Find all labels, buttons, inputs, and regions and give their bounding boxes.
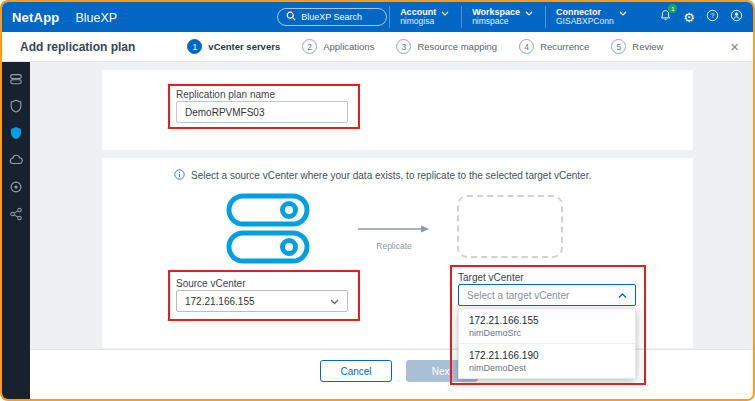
source-vcenter-label: Source vCenter [176,278,245,289]
step-number: 1 [187,39,202,54]
option-ip: 172.21.166.155 [469,315,625,326]
cloud-icon[interactable] [9,153,23,167]
account-value: nimogisa [400,17,436,27]
step-label: Applications [323,41,374,52]
chevron-down-icon [619,11,627,16]
header-icons: 1 ⚙ ? [659,8,743,26]
product-name: BlueXP [75,11,117,25]
wizard-footer: Cancel Next [30,349,753,399]
info-text: Select a source vCenter where your data … [191,170,591,181]
brand: NetApp BlueXP [12,10,117,25]
step-applications[interactable]: 2 Applications [302,39,374,54]
target-vcenter-placeholder: Select a target vCenter [467,290,569,301]
option-ip: 172.21.166.190 [469,350,625,361]
target-vcenter-select[interactable]: Select a target vCenter [458,284,636,306]
connector-menu[interactable]: Connector GISABXPConn [545,6,637,28]
target-vcenter-dropdown: 172.21.166.155 nimDemoSrc 172.21.166.190… [458,308,636,379]
replicate-arrow: Replicate [358,220,430,251]
step-vcenter-servers[interactable]: 1 vCenter servers [187,39,280,54]
option-name: nimDemoSrc [469,328,625,338]
svg-text:?: ? [711,12,715,19]
account-menu[interactable]: Account nimogisa [389,6,459,28]
help-icon: ? [706,8,719,26]
cancel-button[interactable]: Cancel [320,360,392,382]
step-label: Review [632,41,663,52]
bluexp-window: NetApp BlueXP BlueXP Search Account nimo… [0,0,755,401]
source-vcenter-value: 172.21.166.155 [185,296,255,307]
settings-button[interactable]: ⚙ [683,11,695,24]
chevron-down-icon [441,11,449,16]
wizard-header: Add replication plan 1 vCenter servers 2… [2,32,753,62]
info-icon [174,166,185,184]
wizard-stepper: 1 vCenter servers 2 Applications 3 Resou… [187,39,663,54]
step-label: Recurrence [540,41,589,52]
search-input[interactable]: BlueXP Search [277,8,387,26]
user-button[interactable] [730,8,743,26]
help-button[interactable]: ? [706,8,719,26]
page-title: Add replication plan [20,40,135,54]
plan-name-input[interactable] [176,101,348,123]
left-nav [2,62,30,399]
search-icon [286,11,296,23]
storage-icon[interactable] [9,72,23,86]
gear-icon: ⚙ [683,11,695,24]
step-number: 3 [396,39,411,54]
close-icon[interactable]: × [730,39,739,54]
option-name: nimDemoDest [469,363,625,373]
plan-name-card: Replication plan name [102,70,693,150]
share-icon[interactable] [9,207,23,221]
chevron-down-icon [330,296,339,307]
plan-name-label: Replication plan name [176,89,275,100]
notification-badge: 1 [668,4,677,13]
source-servers-icon [226,193,310,269]
health-shield-icon[interactable] [9,99,23,113]
step-number: 5 [611,39,626,54]
observability-icon[interactable] [9,180,23,194]
source-vcenter-select[interactable]: 172.21.166.155 [176,290,348,312]
workspace-value: nimspace [472,17,520,27]
step-number: 4 [519,39,534,54]
notifications-button[interactable]: 1 [659,8,672,26]
info-row: Select a source vCenter where your data … [174,166,591,184]
top-header: NetApp BlueXP BlueXP Search Account nimo… [2,2,753,32]
main-content: Replication plan name Select a source vC… [30,62,753,399]
target-vcenter-label: Target vCenter [458,272,524,283]
target-placeholder-box [457,195,563,258]
dropdown-option[interactable]: 172.21.166.155 nimDemoSrc [459,309,635,343]
replicate-label: Replicate [358,241,430,251]
step-resource-mapping[interactable]: 3 Resource mapping [396,39,497,54]
chevron-up-icon [618,290,627,301]
chevron-down-icon [525,11,533,16]
step-label: Resource mapping [417,41,497,52]
workspace-menu[interactable]: Workspace nimspace [461,6,543,28]
netapp-logo: NetApp [12,10,59,25]
step-number: 2 [302,39,317,54]
protection-shield-icon[interactable] [9,126,23,140]
dropdown-option[interactable]: 172.21.166.190 nimDemoDest [459,343,635,378]
search-label: BlueXP Search [301,12,362,22]
step-recurrence[interactable]: 4 Recurrence [519,39,589,54]
step-label: vCenter servers [208,41,280,52]
step-review[interactable]: 5 Review [611,39,663,54]
connector-value: GISABXPConn [556,17,614,27]
user-icon [730,8,743,26]
